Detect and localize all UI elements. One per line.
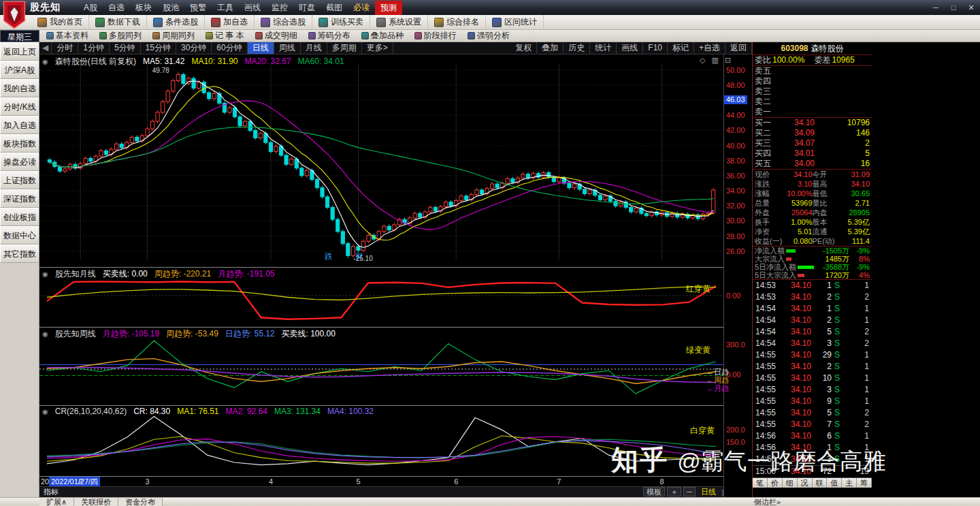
toolbar-button-加自选[interactable]: 加自选: [205, 15, 255, 29]
tick-row[interactable]: 14:5634.106S1: [753, 430, 872, 442]
period-tab-30分钟[interactable]: 30分钟: [176, 42, 212, 54]
sidebar-item-沪深A股[interactable]: 沪深A股: [0, 61, 39, 79]
quote-tab-主[interactable]: 主: [842, 478, 857, 488]
period-tab-15分钟[interactable]: 15分钟: [141, 42, 176, 54]
toolbar-button-成交明细[interactable]: 成交明细: [250, 30, 303, 42]
menu-item-A股[interactable]: A股: [78, 1, 103, 15]
tick-row[interactable]: 14:5534.109S1: [753, 396, 872, 407]
status-tab-资金分布[interactable]: 资金分布: [118, 498, 163, 506]
period-tab-1分钟[interactable]: 1分钟: [78, 42, 110, 54]
status-tab-扩展∧[interactable]: 扩展∧: [39, 498, 74, 506]
chart-corner-icons[interactable]: ◇ ▥ ⊡: [700, 56, 733, 65]
close-button[interactable]: ✕: [962, 0, 980, 15]
sidebar-item-上证指数[interactable]: 上证指数: [0, 171, 39, 189]
minimize-button[interactable]: ─: [927, 0, 945, 15]
footer-period-label[interactable]: 日线: [701, 487, 716, 497]
chart-tool-统计[interactable]: 统计: [590, 42, 617, 54]
toolbar-button-训练买卖[interactable]: 训练买卖: [312, 15, 370, 29]
tick-row[interactable]: 14:5434.101S1: [753, 303, 872, 315]
menu-item-盯盘[interactable]: 盯盘: [293, 1, 321, 15]
menu-item-自选[interactable]: 自选: [103, 1, 130, 15]
toolbar-button-区间统计[interactable]: 区间统计: [486, 15, 544, 29]
chart-tool-返回[interactable]: 返回: [725, 42, 752, 54]
chart-tool-历史[interactable]: 历史: [564, 42, 590, 54]
menu-item-监控[interactable]: 监控: [266, 1, 293, 15]
tick-row[interactable]: 14:5434.102S1: [753, 315, 872, 326]
sidebar-item-返回上页[interactable]: 返回上页: [0, 42, 39, 61]
sidebar-item-数据中心[interactable]: 数据中心: [0, 226, 39, 244]
panel-collapse-icon[interactable]: ◉: [42, 330, 48, 338]
toolbar-button-叠加品种[interactable]: 叠加品种: [356, 30, 409, 42]
collapse-left-icon[interactable]: ◀: [39, 42, 52, 54]
toolbar-button-条件选股[interactable]: 条件选股: [147, 15, 205, 29]
chart-tool-标记[interactable]: 标记: [668, 42, 694, 54]
period-tab-60分钟[interactable]: 60分钟: [212, 42, 247, 54]
tick-row[interactable]: 14:5534.105S2: [753, 407, 872, 419]
chart-tool-F10[interactable]: F10: [643, 42, 668, 54]
menu-item-股池[interactable]: 股池: [157, 1, 184, 15]
quote-tab-笔[interactable]: 笔: [753, 478, 768, 488]
tick-row[interactable]: 14:5434.103S2: [753, 338, 872, 349]
menu-item-截图[interactable]: 截图: [321, 1, 348, 15]
period-tab-多周期[interactable]: 多周期: [327, 42, 362, 54]
period-tab-日线[interactable]: 日线: [248, 42, 274, 54]
maximize-button[interactable]: □: [945, 0, 962, 15]
tick-row[interactable]: 14:5534.1029S1: [753, 349, 872, 361]
toolbar-button-系统设置[interactable]: 系统设置: [370, 15, 428, 29]
tick-row[interactable]: 14:5534.107S2: [753, 419, 872, 430]
menu-item-板块[interactable]: 板块: [130, 1, 157, 15]
period-tab-周线[interactable]: 周线: [274, 42, 301, 54]
period-tab-5分钟[interactable]: 5分钟: [110, 42, 141, 54]
period-tab-分时[interactable]: 分时: [52, 42, 78, 54]
sidebar-toggle-button[interactable]: 侧边栏»: [754, 497, 781, 506]
toolbar-button-记事本[interactable]: 记 事 本: [200, 30, 250, 42]
toolbar-button-综合选股[interactable]: 综合选股: [255, 15, 312, 29]
period-tab-更多>[interactable]: 更多>: [362, 42, 393, 54]
quote-tab-联[interactable]: 联: [813, 478, 828, 488]
quote-tab-价[interactable]: 价: [768, 478, 783, 488]
menu-item-画线[interactable]: 画线: [239, 1, 266, 15]
tick-row[interactable]: 14:5434.105S2: [753, 326, 872, 338]
period-tab-月线[interactable]: 月线: [301, 42, 327, 54]
toolbar-button-我的首页[interactable]: 我的首页: [31, 15, 89, 29]
menu-item-预测[interactable]: 预测: [375, 1, 402, 15]
status-tab-关联报价[interactable]: 关联报价: [74, 498, 118, 506]
tick-row[interactable]: 14:5534.103S1: [753, 384, 872, 396]
sidebar-item-我的自选[interactable]: 我的自选: [0, 79, 39, 97]
toolbar-button-周期同列[interactable]: 周期同列: [147, 30, 200, 42]
sidebar-item-分时/K线[interactable]: 分时/K线: [0, 97, 39, 116]
quote-tab-筹[interactable]: 筹: [857, 478, 872, 488]
toolbar-button-数据下载[interactable]: 数据下载: [89, 15, 147, 29]
footer-button-─[interactable]: ─: [683, 487, 696, 496]
quote-tab-值[interactable]: 值: [827, 478, 842, 488]
menu-item-工具[interactable]: 工具: [212, 1, 239, 15]
toolbar-button-多股同列[interactable]: 多股同列: [94, 30, 147, 42]
toolbar-button-强弱分析[interactable]: 强弱分析: [462, 30, 515, 42]
toolbar-button-阶段排行[interactable]: 阶段排行: [409, 30, 462, 42]
tick-row[interactable]: 14:5334.101S1: [753, 280, 872, 291]
toolbar-button-综合排名[interactable]: 综合排名: [428, 15, 486, 29]
quote-tab-况[interactable]: 况: [798, 478, 813, 488]
menu-item-必读[interactable]: 必读: [348, 1, 375, 15]
candlestick-chart[interactable]: 49.78-25.10跌财: [39, 54, 723, 268]
chart-tool-画线[interactable]: 画线: [617, 42, 643, 54]
menu-item-预警[interactable]: 预警: [184, 1, 212, 15]
sidebar-item-板块指数[interactable]: 板块指数: [0, 134, 39, 153]
tick-row[interactable]: 14:5334.102S2: [753, 291, 872, 303]
quote-tab-细[interactable]: 细: [783, 478, 798, 488]
sidebar-item-加入自选[interactable]: 加入自选: [0, 116, 39, 134]
indicator-tab[interactable]: 指标: [44, 487, 59, 497]
toolbar-button-基本资料[interactable]: 基本资料: [41, 30, 94, 42]
panel-collapse-icon[interactable]: ◉: [42, 408, 48, 415]
chart-tool-复权[interactable]: 复权: [510, 42, 537, 54]
tick-row[interactable]: 14:5534.102S1: [753, 361, 872, 373]
sidebar-item-创业板指[interactable]: 创业板指: [0, 208, 39, 226]
sidebar-item-深证指数[interactable]: 深证指数: [0, 189, 39, 208]
footer-button-＋[interactable]: ＋: [667, 487, 681, 496]
tick-row[interactable]: 14:5534.1010S1: [753, 373, 872, 384]
chart-tool-叠加[interactable]: 叠加: [537, 42, 564, 54]
toolbar-button-筹码分布[interactable]: 筹码分布: [303, 30, 356, 42]
sidebar-item-操盘必读[interactable]: 操盘必读: [0, 153, 39, 171]
chart-tool-+自选[interactable]: +自选: [694, 42, 725, 54]
footer-button-模板[interactable]: 模板: [643, 487, 665, 496]
